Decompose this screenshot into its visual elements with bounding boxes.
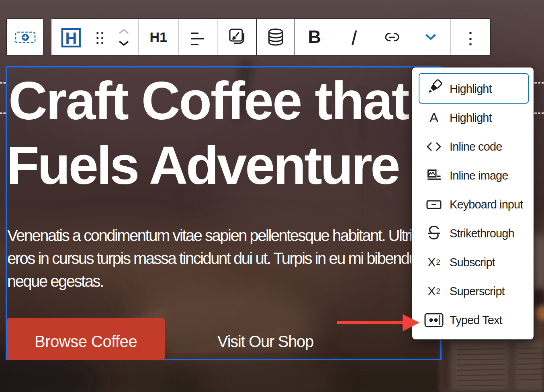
svg-text:H: H — [65, 29, 77, 47]
